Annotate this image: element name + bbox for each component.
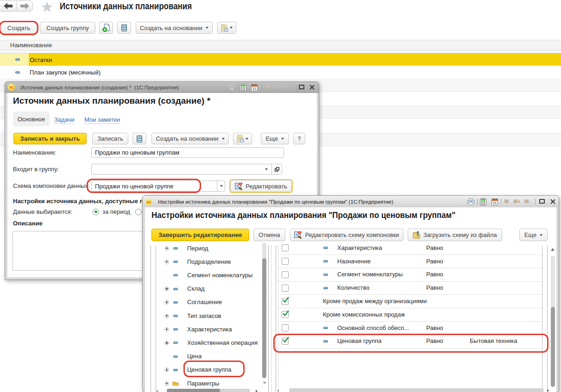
- svg-text:31: 31: [252, 87, 257, 91]
- svg-text:31: 31: [493, 201, 497, 205]
